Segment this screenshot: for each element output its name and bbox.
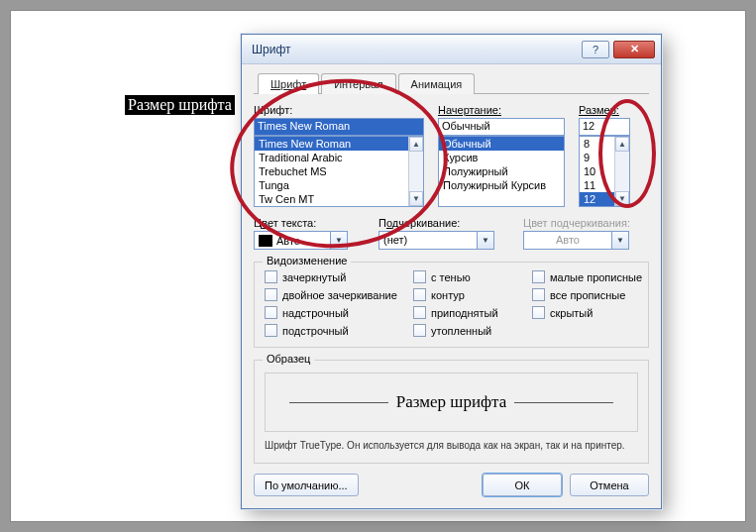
font-row: Шрифт: Times New Roman Times New Roman T… <box>254 104 649 207</box>
checkbox-icon <box>413 324 426 337</box>
check-shadow[interactable]: с тенью <box>413 270 532 283</box>
checkbox-icon <box>265 324 277 337</box>
cancel-button[interactable]: Отмена <box>570 474 649 496</box>
checkbox-icon <box>532 270 545 283</box>
underline-block: Подчеркивание: (нет) ▼ <box>378 217 507 250</box>
tab-spacing[interactable]: Интервал <box>321 73 395 94</box>
underline-color-label: Цвет подчеркивания: <box>523 217 642 229</box>
selected-text: Размер шрифта <box>125 95 235 115</box>
font-color-block: Цвет текста: Авто ▼ <box>254 217 363 250</box>
list-item[interactable]: Trebuchet MS <box>255 164 408 178</box>
scroll-down-icon[interactable]: ▼ <box>615 191 629 206</box>
underline-dropdown[interactable]: (нет) ▼ <box>378 231 507 250</box>
check-engrave[interactable]: утопленный <box>413 324 532 337</box>
scroll-down-icon[interactable]: ▼ <box>409 191 423 206</box>
color-row: Цвет текста: Авто ▼ Подчеркивание: (нет)… <box>254 217 649 250</box>
list-item[interactable]: 8 <box>580 137 614 151</box>
divider <box>514 402 613 403</box>
checkbox-icon <box>532 288 545 301</box>
list-item[interactable]: 9 <box>580 151 614 164</box>
list-item[interactable]: Полужирный <box>439 164 564 178</box>
dialog-title: Шрифт <box>252 43 578 56</box>
underline-color-dropdown: Авто ▼ <box>523 231 642 250</box>
default-button[interactable]: По умолчанию... <box>254 474 359 496</box>
size-scrollbar[interactable]: ▲ ▼ <box>614 137 629 206</box>
hint-text: Шрифт TrueType. Он используется для выво… <box>265 440 638 451</box>
list-item[interactable]: Курсив <box>439 151 564 164</box>
list-item[interactable]: Tunga <box>255 178 408 192</box>
scroll-up-icon[interactable]: ▲ <box>409 137 423 152</box>
tab-animation[interactable]: Анимация <box>398 73 476 94</box>
chevron-down-icon[interactable]: ▼ <box>331 231 348 250</box>
check-subscript[interactable]: подстрочный <box>265 324 413 337</box>
list-item[interactable]: 12 <box>580 192 614 206</box>
check-hidden[interactable]: скрытый <box>532 306 661 319</box>
check-outline[interactable]: контур <box>413 288 532 301</box>
preview-title: Образец <box>263 353 314 365</box>
effects-group: Видоизменение зачеркнутый с тенью малые … <box>254 262 649 348</box>
tab-strip: Шрифт Интервал Анимация <box>254 72 649 94</box>
checkbox-icon <box>265 288 277 301</box>
style-label: Начертание: <box>438 104 565 116</box>
list-item[interactable]: Traditional Arabic <box>255 151 408 164</box>
font-scrollbar[interactable]: ▲ ▼ <box>408 137 423 206</box>
titlebar[interactable]: Шрифт ? ✕ <box>242 35 661 64</box>
font-listbox[interactable]: Times New Roman Traditional Arabic Trebu… <box>254 136 424 207</box>
size-list-items: 8 9 10 11 12 <box>580 137 614 206</box>
font-list-items: Times New Roman Traditional Arabic Trebu… <box>255 137 408 206</box>
style-input[interactable]: Обычный <box>438 118 565 136</box>
check-strike[interactable]: зачеркнутый <box>265 270 413 283</box>
checkbox-icon <box>265 270 277 283</box>
scroll-track[interactable] <box>615 152 629 191</box>
size-input[interactable]: 12 <box>579 118 630 136</box>
list-item[interactable]: Times New Roman <box>255 137 408 151</box>
font-color-dropdown[interactable]: Авто ▼ <box>254 231 363 250</box>
list-item[interactable]: Tw Cen MT <box>255 192 408 206</box>
chevron-down-icon[interactable]: ▼ <box>478 231 494 250</box>
preview-box: Размер шрифта <box>265 372 638 432</box>
chevron-down-icon: ▼ <box>612 231 629 250</box>
underline-color-block: Цвет подчеркивания: Авто ▼ <box>523 217 642 250</box>
size-label: Размер: <box>579 104 630 116</box>
effects-grid: зачеркнутый с тенью малые прописные двой… <box>265 270 638 337</box>
font-input[interactable]: Times New Roman <box>254 118 424 136</box>
preview-group: Образец Размер шрифта Шрифт TrueType. Он… <box>254 360 649 464</box>
help-button[interactable]: ? <box>582 41 609 58</box>
button-row: По умолчанию... ОК Отмена <box>254 474 649 496</box>
checkbox-icon <box>532 306 545 319</box>
check-allcaps[interactable]: все прописные <box>532 288 661 301</box>
list-item[interactable]: Обычный <box>439 137 564 151</box>
preview-text: Размер шрифта <box>396 392 506 412</box>
dialog-body: Шрифт Интервал Анимация Шрифт: Times New… <box>242 64 661 508</box>
check-smallcaps[interactable]: малые прописные <box>532 270 661 283</box>
font-label: Шрифт: <box>254 104 424 116</box>
list-item[interactable]: Полужирный Курсив <box>439 178 564 192</box>
close-button[interactable]: ✕ <box>613 41 655 58</box>
scroll-track[interactable] <box>409 152 423 191</box>
style-list-items: Обычный Курсив Полужирный Полужирный Кур… <box>439 137 564 206</box>
style-listbox[interactable]: Обычный Курсив Полужирный Полужирный Кур… <box>438 136 565 207</box>
ok-button[interactable]: ОК <box>483 474 562 496</box>
tab-font[interactable]: Шрифт <box>258 73 319 94</box>
check-superscript[interactable]: надстрочный <box>265 306 413 319</box>
checkbox-icon <box>265 306 277 319</box>
color-swatch-icon <box>259 235 272 247</box>
scroll-up-icon[interactable]: ▲ <box>615 137 629 152</box>
check-dstrike[interactable]: двойное зачеркивание <box>265 288 413 301</box>
checkbox-icon <box>413 288 426 301</box>
divider <box>289 402 388 403</box>
style-column: Начертание: Обычный Обычный Курсив Полуж… <box>438 104 565 207</box>
list-item[interactable]: 10 <box>580 164 614 178</box>
checkbox-icon <box>413 306 426 319</box>
font-dialog: Шрифт ? ✕ Шрифт Интервал Анимация Шрифт:… <box>241 34 662 509</box>
list-item[interactable]: 11 <box>580 178 614 192</box>
close-icon: ✕ <box>630 43 639 55</box>
font-column: Шрифт: Times New Roman Times New Roman T… <box>254 104 424 207</box>
effects-title: Видоизменение <box>263 255 351 266</box>
checkbox-icon <box>413 270 426 283</box>
underline-label: Подчеркивание: <box>378 217 507 229</box>
size-listbox[interactable]: 8 9 10 11 12 ▲ ▼ <box>579 136 630 207</box>
check-emboss[interactable]: приподнятый <box>413 306 532 319</box>
size-column: Размер: 12 8 9 10 11 12 ▲ ▼ <box>579 104 630 207</box>
font-color-label: Цвет текста: <box>254 217 363 229</box>
